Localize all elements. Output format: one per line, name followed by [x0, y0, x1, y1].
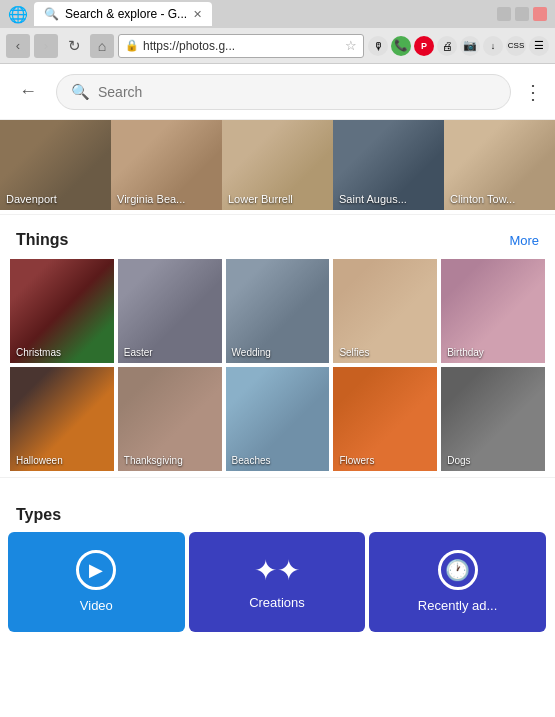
types-title: Types	[16, 506, 61, 524]
type-creations-label: Creations	[249, 595, 305, 610]
types-grid: ▶ Video ✦✦ Creations 🕐 Recently ad...	[0, 532, 555, 632]
place-label-saint: Saint Augus...	[339, 193, 407, 205]
thing-wedding[interactable]: Wedding	[226, 259, 330, 363]
close-button[interactable]	[533, 7, 547, 21]
back-button[interactable]: ‹	[6, 34, 30, 58]
thing-flowers[interactable]: Flowers	[333, 367, 437, 471]
active-tab[interactable]: 🔍 Search & explore - G... ✕	[34, 2, 212, 26]
place-label-clinton: Clinton Tow...	[450, 193, 515, 205]
divider-2	[0, 477, 555, 478]
content-area: Davenport Virginia Bea... Lower Burrell …	[0, 120, 555, 717]
browser-extensions: 🎙 📞 P 🖨 📷 ↓ CSS ☰	[368, 36, 549, 56]
download-ext-icon[interactable]: ↓	[483, 36, 503, 56]
thing-thanksgiving[interactable]: Thanksgiving	[118, 367, 222, 471]
thing-label-beaches: Beaches	[232, 455, 271, 466]
place-label-virginia: Virginia Bea...	[117, 193, 185, 205]
address-text: https://photos.g...	[143, 39, 235, 53]
browser-favicon: 🌐	[8, 5, 28, 24]
things-section-header: Things More	[0, 219, 555, 257]
thing-label-christmas: Christmas	[16, 347, 61, 358]
address-bar[interactable]: 🔒 https://photos.g... ☆	[118, 34, 364, 58]
place-label-davenport: Davenport	[6, 193, 57, 205]
type-recently-added[interactable]: 🕐 Recently ad...	[369, 532, 546, 632]
thing-label-flowers: Flowers	[339, 455, 374, 466]
video-play-icon: ▶	[76, 550, 116, 590]
thing-birthday[interactable]: Birthday	[441, 259, 545, 363]
types-section: Types ▶ Video ✦✦ Creations 🕐 Recently ad…	[0, 482, 555, 640]
microphone-ext-icon[interactable]: 🎙	[368, 36, 388, 56]
place-label-lower: Lower Burrell	[228, 193, 293, 205]
thing-label-birthday: Birthday	[447, 347, 484, 358]
maximize-button[interactable]	[515, 7, 529, 21]
thing-easter[interactable]: Easter	[118, 259, 222, 363]
type-video-label: Video	[80, 598, 113, 613]
more-options-button[interactable]: ⋮	[523, 80, 543, 104]
tab-favicon: 🔍	[44, 7, 59, 21]
home-button[interactable]: ⌂	[90, 34, 114, 58]
search-icon: 🔍	[71, 83, 90, 101]
type-creations[interactable]: ✦✦ Creations	[189, 532, 366, 632]
thing-label-halloween: Halloween	[16, 455, 63, 466]
tab-label: Search & explore - G...	[65, 7, 187, 21]
thing-christmas[interactable]: Christmas	[10, 259, 114, 363]
app-back-button[interactable]: ←	[12, 76, 44, 108]
thing-dogs[interactable]: Dogs	[441, 367, 545, 471]
tab-close-button[interactable]: ✕	[193, 8, 202, 21]
minimize-button[interactable]	[497, 7, 511, 21]
reload-button[interactable]: ↻	[62, 34, 86, 58]
menu-ext-icon[interactable]: ☰	[529, 36, 549, 56]
ssl-lock-icon: 🔒	[125, 39, 139, 52]
things-more-link[interactable]: More	[509, 233, 539, 248]
title-bar: 🌐 🔍 Search & explore - G... ✕	[0, 0, 555, 28]
things-grid-row1: Christmas Easter Wedding Selfies Birthda…	[0, 257, 555, 365]
place-lower-burrell[interactable]: Lower Burrell	[222, 120, 333, 210]
places-strip: Davenport Virginia Bea... Lower Burrell …	[0, 120, 555, 210]
bookmark-icon[interactable]: ☆	[345, 38, 357, 53]
printer-ext-icon[interactable]: 🖨	[437, 36, 457, 56]
phone-ext-icon[interactable]: 📞	[391, 36, 411, 56]
thing-label-dogs: Dogs	[447, 455, 470, 466]
things-title: Things	[16, 231, 68, 249]
css-ext-icon[interactable]: CSS	[506, 36, 526, 56]
app-bar: ← 🔍 ⋮	[0, 64, 555, 120]
place-virginia-beach[interactable]: Virginia Bea...	[111, 120, 222, 210]
thing-label-selfies: Selfies	[339, 347, 369, 358]
thing-label-easter: Easter	[124, 347, 153, 358]
pinterest-ext-icon[interactable]: P	[414, 36, 434, 56]
type-video[interactable]: ▶ Video	[8, 532, 185, 632]
thing-selfies[interactable]: Selfies	[333, 259, 437, 363]
divider-1	[0, 214, 555, 215]
thing-halloween[interactable]: Halloween	[10, 367, 114, 471]
window-controls	[497, 7, 547, 21]
thing-beaches[interactable]: Beaches	[226, 367, 330, 471]
navigation-bar: ‹ › ↻ ⌂ 🔒 https://photos.g... ☆ 🎙 📞 P 🖨 …	[0, 28, 555, 64]
things-grid-row2: Halloween Thanksgiving Beaches Flowers D…	[0, 365, 555, 473]
search-input[interactable]	[98, 84, 496, 100]
search-box[interactable]: 🔍	[56, 74, 511, 110]
thing-label-wedding: Wedding	[232, 347, 271, 358]
forward-button[interactable]: ›	[34, 34, 58, 58]
place-clinton-township[interactable]: Clinton Tow...	[444, 120, 555, 210]
types-section-header: Types	[0, 494, 555, 532]
creations-sparkle-icon: ✦✦	[254, 554, 300, 587]
camera-ext-icon[interactable]: 📷	[460, 36, 480, 56]
place-davenport[interactable]: Davenport	[0, 120, 111, 210]
place-saint-augustine[interactable]: Saint Augus...	[333, 120, 444, 210]
clock-icon: 🕐	[438, 550, 478, 590]
thing-label-thanksgiving: Thanksgiving	[124, 455, 183, 466]
type-recently-label: Recently ad...	[418, 598, 498, 613]
